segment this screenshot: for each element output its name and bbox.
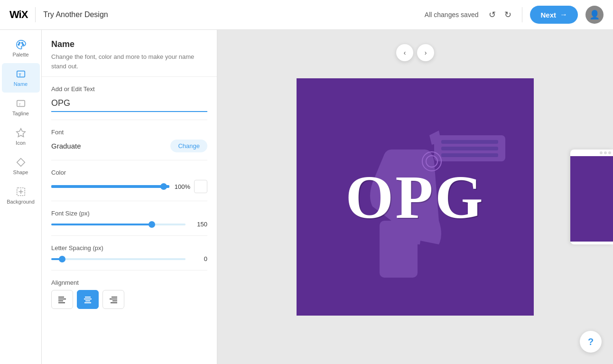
align-center-icon — [83, 295, 93, 304]
background-icon — [16, 187, 26, 197]
next-button[interactable]: Next → — [530, 6, 578, 24]
avatar[interactable]: 👤 — [585, 6, 604, 24]
svg-rect-26 — [441, 140, 498, 144]
font-size-slider-row: 150 — [51, 221, 207, 228]
font-size-value: 150 — [190, 221, 207, 228]
canvas-area: ‹ › — [217, 30, 613, 364]
color-label: Color — [51, 169, 207, 176]
align-left-icon — [57, 295, 67, 304]
sidebar-item-palette[interactable]: Palette — [2, 34, 40, 63]
align-left-button[interactable] — [51, 290, 73, 309]
svg-rect-27 — [441, 147, 498, 150]
align-right-icon — [109, 295, 118, 304]
svg-rect-22 — [110, 299, 117, 299]
sidebar-item-icon[interactable]: Icon — [2, 122, 40, 151]
svg-point-0 — [18, 44, 19, 46]
font-label: Font — [51, 129, 207, 136]
name-text-input[interactable] — [51, 96, 207, 112]
font-size-label: Font Size (px) — [51, 210, 207, 217]
panel-title: Name — [51, 39, 207, 49]
letter-spacing-section: Letter Spacing (px) 0 — [51, 244, 207, 262]
letter-spacing-slider-track[interactable] — [51, 258, 186, 260]
align-center-button[interactable] — [77, 290, 99, 309]
svg-marker-8 — [16, 129, 25, 137]
sidebar-item-tagline[interactable]: T Tagline — [2, 93, 40, 122]
letter-spacing-slider-row: 0 — [51, 255, 207, 262]
topbar-sep2 — [522, 7, 522, 22]
saved-status: All changes saved — [425, 11, 479, 19]
panel: Name Change the font, color and more to … — [42, 30, 217, 364]
svg-point-3 — [22, 44, 24, 46]
svg-rect-19 — [85, 300, 90, 301]
sidebar-item-shape[interactable]: Shape — [2, 151, 40, 181]
icon-icon — [16, 128, 26, 138]
svg-rect-6 — [17, 101, 25, 107]
align-right-button[interactable] — [102, 290, 124, 309]
sidebar-label-name: Name — [14, 81, 28, 87]
svg-point-1 — [19, 42, 20, 44]
font-section: Font Graduate Change — [51, 129, 207, 152]
svg-point-2 — [21, 42, 23, 44]
svg-text:T: T — [19, 103, 21, 107]
add-edit-label: Add or Edit Text — [51, 85, 207, 93]
sidebar-label-shape: Shape — [13, 169, 28, 175]
right-preview-card — [570, 149, 613, 244]
sidebar-label-palette: Palette — [12, 52, 28, 57]
next-design-button[interactable]: › — [417, 44, 434, 61]
divider-4 — [51, 235, 207, 236]
color-swatch[interactable] — [194, 180, 207, 193]
icon-sidebar: Palette T Name T Tagline Icon — [0, 30, 42, 364]
sidebar-item-background[interactable]: Background — [2, 181, 40, 210]
preview-dot-2 — [604, 151, 607, 154]
font-row: Graduate Change — [51, 140, 207, 152]
svg-text:T: T — [19, 73, 21, 77]
divider-2 — [51, 160, 207, 160]
redo-button[interactable]: ↻ — [502, 8, 514, 22]
letter-spacing-value: 0 — [190, 255, 207, 262]
svg-rect-14 — [58, 299, 66, 299]
topbar-title: Try Another Design — [43, 10, 108, 19]
svg-rect-28 — [441, 153, 498, 157]
svg-rect-21 — [111, 297, 117, 298]
panel-header: Name Change the font, color and more to … — [42, 30, 217, 77]
preview-dot-3 — [608, 151, 611, 154]
font-size-slider-track[interactable] — [51, 224, 186, 225]
palette-icon — [16, 39, 26, 50]
svg-rect-17 — [85, 297, 91, 298]
alignment-buttons — [51, 290, 207, 309]
color-opacity-value: 100% — [173, 183, 190, 190]
logo-text: OPG — [345, 161, 485, 233]
svg-marker-9 — [17, 159, 25, 167]
preview-dot-1 — [600, 151, 603, 154]
wix-logo: WiX — [9, 9, 28, 21]
divider-5 — [51, 270, 207, 271]
panel-body: Add or Edit Text Font Graduate Change Co… — [42, 77, 217, 364]
panel-desc: Change the font, color and more to make … — [51, 52, 207, 71]
undo-redo-group: ↺ ↻ — [486, 8, 514, 22]
alignment-section: Alignment — [51, 279, 207, 309]
help-button[interactable]: ? — [580, 331, 602, 353]
change-font-button[interactable]: Change — [170, 140, 207, 152]
next-arrow-icon: → — [560, 10, 567, 19]
sidebar-item-name[interactable]: T Name — [2, 63, 40, 93]
alignment-label: Alignment — [51, 279, 207, 286]
color-row: 100% — [51, 180, 207, 193]
divider-3 — [51, 201, 207, 201]
tagline-icon: T — [16, 98, 26, 109]
preview-card-header — [570, 149, 613, 156]
name-icon: T — [16, 69, 26, 79]
color-slider-track[interactable] — [51, 185, 169, 188]
sidebar-label-icon: Icon — [16, 140, 26, 146]
prev-design-button[interactable]: ‹ — [396, 44, 413, 61]
svg-rect-15 — [58, 300, 63, 301]
svg-rect-23 — [112, 300, 117, 301]
help-icon: ? — [588, 336, 594, 347]
divider-1 — [51, 120, 207, 120]
undo-button[interactable]: ↺ — [486, 8, 499, 22]
svg-rect-13 — [58, 297, 64, 298]
svg-rect-20 — [84, 302, 91, 303]
canvas-nav: ‹ › — [396, 44, 434, 61]
svg-rect-18 — [84, 299, 92, 299]
shape-icon — [16, 157, 26, 168]
svg-rect-16 — [58, 302, 65, 303]
